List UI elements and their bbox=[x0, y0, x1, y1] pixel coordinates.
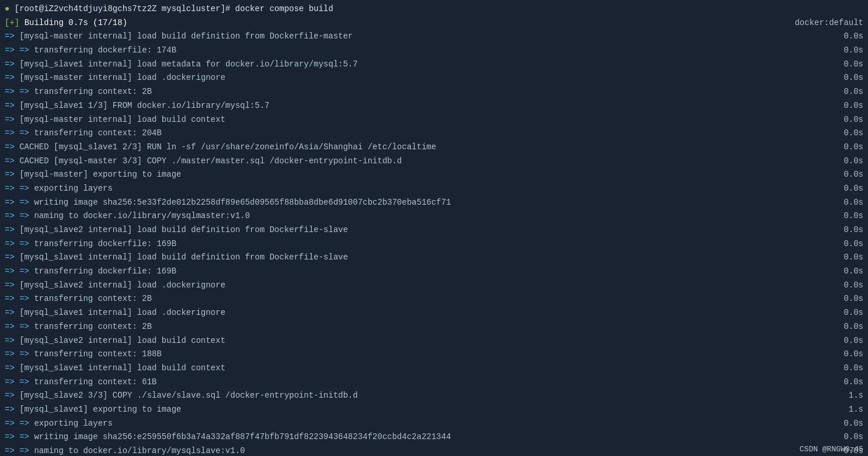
terminal-line: => => transferring dockerfile: 174B0.0s bbox=[0, 44, 868, 58]
line-left: => => naming to docker.io/library/mysqlm… bbox=[5, 210, 828, 223]
arrow-text: => bbox=[5, 59, 19, 69]
watermark-text: CSDN @RNGW0z45 bbox=[800, 445, 863, 454]
line-content: exporting layers bbox=[34, 419, 112, 428]
terminal-line: => => naming to docker.io/library/mysqls… bbox=[0, 444, 868, 456]
line-right: 0.0s bbox=[828, 58, 863, 71]
line-right: 0.0s bbox=[828, 72, 863, 85]
arrow-text: => => bbox=[5, 322, 34, 331]
line-left: => [mysql_slave1 internal] load .dockeri… bbox=[5, 307, 828, 320]
line-content: transferring context: 188B bbox=[34, 349, 161, 359]
line-content: [mysql_slave2 internal] load build conte… bbox=[19, 336, 225, 345]
arrow-text: => bbox=[5, 391, 19, 400]
line-left: => [mysql_slave1 internal] load build co… bbox=[5, 362, 828, 375]
arrow-text: => => bbox=[5, 432, 34, 441]
terminal-line: => [mysql_slave1 internal] load metadata… bbox=[0, 58, 868, 72]
line-content: transferring context: 204B bbox=[34, 128, 161, 138]
arrow-text: => bbox=[5, 142, 19, 152]
line-left: => => writing image sha256:5e33f2de012b2… bbox=[5, 197, 828, 209]
arrow-text: => bbox=[5, 31, 19, 41]
line-left: => [mysql_slave2 internal] load build de… bbox=[5, 224, 828, 237]
terminal-line: => [mysql_slave2 internal] load build co… bbox=[0, 334, 868, 348]
line-content: [mysql-master internal] load build defin… bbox=[19, 31, 353, 41]
line-left: => => transferring context: 61B bbox=[5, 376, 828, 389]
terminal-line: => => writing image sha256:5e33f2de012b2… bbox=[0, 196, 868, 210]
line-content: [mysql-master] exporting to image bbox=[19, 170, 181, 179]
line-right: 0.0s bbox=[828, 321, 863, 334]
line-left: => => writing image sha256:e259550f6b3a7… bbox=[5, 431, 828, 444]
terminal-line: => => transferring dockerfile: 169B0.0s bbox=[0, 265, 868, 279]
line-left: => => exporting layers bbox=[5, 183, 828, 195]
line-content: [mysql_slave1 internal] load build conte… bbox=[19, 363, 225, 373]
arrow-text: => => bbox=[5, 211, 34, 220]
terminal-line: => [mysql-master] exporting to image0.0s bbox=[0, 168, 868, 182]
line-right: 0.0s bbox=[828, 224, 863, 237]
line-right: 0.0s bbox=[828, 30, 863, 43]
terminal-line: => [mysql_slave1 internal] load .dockeri… bbox=[0, 306, 868, 320]
line-right: 0.0s bbox=[828, 169, 863, 181]
line-left: => [mysql_slave1 internal] load build de… bbox=[5, 251, 828, 264]
terminal-line: => => naming to docker.io/library/mysqlm… bbox=[0, 209, 868, 223]
line-right: 0.0s bbox=[828, 293, 863, 306]
line-left: => => exporting layers bbox=[5, 418, 828, 430]
terminal-line: => CACHED [mysql_slave1 2/3] RUN ln -sf … bbox=[0, 141, 868, 155]
line-content: [mysql_slave1] exporting to image bbox=[19, 405, 181, 414]
terminal-line: => => transferring dockerfile: 169B0.0s bbox=[0, 237, 868, 251]
terminal-line: => => transferring context: 61B0.0s bbox=[0, 376, 868, 390]
line-right: 0.0s bbox=[828, 251, 863, 264]
line-left: => => transferring context: 2B bbox=[5, 86, 828, 99]
line-right: 0.0s bbox=[828, 114, 863, 127]
line-left: => [mysql_slave1 1/3] FROM docker.io/lib… bbox=[5, 100, 828, 113]
line-content: [mysql_slave1 1/3] FROM docker.io/librar… bbox=[19, 101, 269, 110]
line-right: 0.0s bbox=[828, 141, 863, 154]
line-right: 0.0s bbox=[828, 348, 863, 361]
arrow-text: => bbox=[5, 336, 19, 345]
arrow-text: => bbox=[5, 280, 19, 290]
line-left: => [mysql_slave2 internal] load build co… bbox=[5, 335, 828, 348]
arrow-text: => bbox=[5, 363, 19, 373]
line-right: 0.0s bbox=[828, 418, 863, 430]
line-right: 0.0s bbox=[828, 362, 863, 375]
line-content: naming to docker.io/library/mysqlmaster:… bbox=[34, 211, 250, 220]
line-left: => [mysql-master internal] load build co… bbox=[5, 114, 828, 127]
line-content: transferring context: 2B bbox=[34, 294, 152, 303]
line-right: 0.0s bbox=[828, 100, 863, 113]
line-left: => => transferring context: 188B bbox=[5, 348, 828, 361]
arrow-text: => bbox=[5, 405, 19, 414]
arrow-text: => => bbox=[5, 184, 34, 193]
line-right: 0.0s bbox=[828, 307, 863, 320]
arrow-text: => => bbox=[5, 239, 34, 248]
prompt-text: [root@iZ2vch4tdjuyi8gchs7tz2Z mysqlclust… bbox=[15, 4, 333, 13]
line-right: 0.0s bbox=[828, 197, 863, 209]
terminal-line: => => transferring context: 188B0.0s bbox=[0, 348, 868, 362]
terminal-line: => => exporting layers0.0s bbox=[0, 417, 868, 431]
line-left: => => transferring dockerfile: 169B bbox=[5, 238, 828, 251]
arrow-text: => bbox=[5, 308, 19, 317]
line-left: => [mysql-master internal] load build de… bbox=[5, 30, 828, 43]
line-left: => => transferring dockerfile: 174B bbox=[5, 44, 828, 57]
line-right: docker:default bbox=[783, 17, 863, 30]
terminal-line: => => transferring context: 2B0.0s bbox=[0, 85, 868, 99]
line-content: [mysql-master internal] load build conte… bbox=[19, 115, 225, 124]
line-content: transferring dockerfile: 174B bbox=[34, 45, 176, 55]
prompt-line: ● [root@iZ2vch4tdjuyi8gchs7tz2Z mysqlclu… bbox=[0, 2, 868, 16]
line-content: [mysql_slave2 internal] load build defin… bbox=[19, 225, 348, 234]
line-content: transferring dockerfile: 169B bbox=[34, 266, 176, 276]
terminal-line: => => writing image sha256:e259550f6b3a7… bbox=[0, 430, 868, 444]
line-left: => => transferring dockerfile: 169B bbox=[5, 265, 828, 278]
line-right: 0.0s bbox=[828, 44, 863, 57]
line-right: 0.0s bbox=[828, 86, 863, 99]
line-left: => CACHED [mysql-master 3/3] COPY ./mast… bbox=[5, 155, 828, 168]
terminal-line: => CACHED [mysql-master 3/3] COPY ./mast… bbox=[0, 155, 868, 169]
line-right: 0.0s bbox=[828, 279, 863, 292]
line-left: => => transferring context: 2B bbox=[5, 321, 828, 334]
arrow-text: => => bbox=[5, 45, 34, 55]
terminal-line: => [mysql_slave1] exporting to image1.s bbox=[0, 403, 868, 417]
line-content: writing image sha256:e259550f6b3a74a332a… bbox=[34, 432, 451, 441]
line-left: => [mysql-master internal] load .dockeri… bbox=[5, 72, 828, 85]
line-content: [mysql_slave1 internal] load metadata fo… bbox=[19, 59, 358, 69]
terminal-line: => => transferring context: 204B0.0s bbox=[0, 127, 868, 141]
arrow-text: => bbox=[5, 73, 19, 82]
arrow-text: => bbox=[5, 225, 19, 234]
line-content: CACHED [mysql-master 3/3] COPY ./master/… bbox=[19, 156, 402, 166]
line-right: 0.0s bbox=[828, 210, 863, 223]
